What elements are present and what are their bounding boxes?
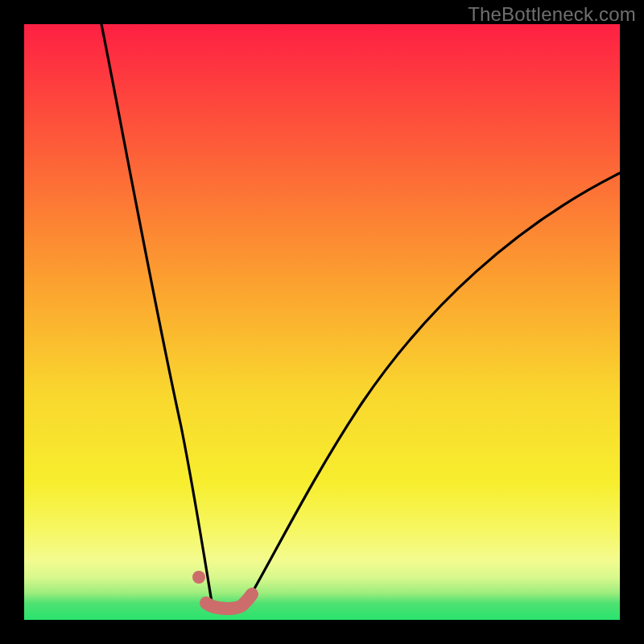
marker-track — [206, 594, 252, 609]
right-curve — [250, 173, 620, 596]
watermark-text: TheBottleneck.com — [468, 3, 636, 26]
plot-area — [24, 24, 620, 620]
curves-layer — [24, 24, 620, 620]
marker-dot — [192, 571, 205, 584]
left-curve — [101, 24, 212, 602]
chart-frame: TheBottleneck.com — [0, 0, 644, 644]
